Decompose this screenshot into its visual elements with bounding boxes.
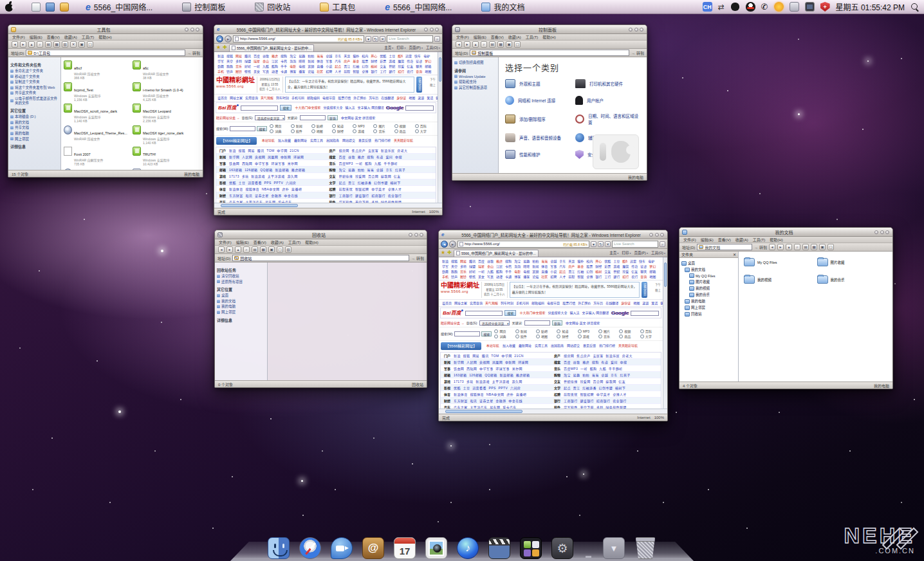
launcher-menu-icon[interactable] [60, 3, 69, 12]
dock-system-preferences[interactable]: ⚙ [551, 537, 573, 559]
table-row: 游戏 17173 多玩 新浪游戏 太平洋游戏 游久网 交友 世纪佳缘 珍爱网 百… [216, 173, 436, 179]
logo-row: 中國精彩網址www.5566.org 2008年1月25日 星期五 13:55 … [214, 75, 438, 95]
folders-button: ▤ [489, 41, 495, 48]
site-link: 房产 [344, 59, 350, 64]
nav-link: 笑话 [651, 300, 658, 306]
table-row: 新闻 新华网 人民网 央视网 凤凰网 中新网 环球网 搜索 百度 谷歌 雅虎 搜… [216, 154, 436, 160]
input-method-indicator[interactable]: CH [703, 2, 712, 12]
site-link: 电影 [514, 269, 521, 274]
window-browser-1[interactable]: e 5566_中国网络门户_精彩网址大全 - 最好的中文网址导航！网址之家 - … [214, 24, 443, 216]
window-my-documents[interactable]: 我的文档 文件(F)编辑(E)查看(V)收藏(A)工具(T)帮助(H) 地址(D… [679, 227, 893, 389]
menu-clock[interactable]: 星期五 01:55:42 PM [836, 1, 905, 12]
dock-ichat[interactable] [331, 537, 353, 559]
taskbar-item-browser-2[interactable]: e 5566_中国网络... [385, 1, 452, 12]
taskbar-item-control-panel[interactable]: 控制面板 [182, 1, 225, 12]
bright-star [798, 113, 800, 115]
spotlight-search-icon[interactable] [910, 3, 919, 11]
site-link: 查询 [640, 274, 647, 279]
pick-category-heading: 选择一个类别 [505, 61, 640, 73]
keyword-input [524, 320, 550, 326]
taskbar-item-browser-1[interactable]: e 5566_中国网络... [86, 1, 152, 12]
nav-link: 手机号码 [516, 300, 529, 306]
place-link: 桌面 [217, 293, 265, 298]
document-menu-icon[interactable] [32, 3, 41, 12]
dock-iphoto[interactable] [425, 537, 447, 559]
site-link: 百度 [254, 53, 260, 59]
go-button: → 转到 [411, 255, 424, 261]
taskbar-item-toolbox[interactable]: 工具包 [320, 1, 355, 12]
nav-link: 万年历 [593, 300, 603, 306]
window-browser-2[interactable]: e 5566_中国网络门户_精彩网址大全 - 最好的中文网址导航！网址之家 - … [438, 230, 668, 421]
site-link: 直播 [541, 269, 548, 274]
menu-item: 编辑(E) [474, 34, 486, 40]
dock-finder[interactable] [268, 537, 290, 559]
screen-tray-icon[interactable] [805, 2, 815, 12]
site-link: 易趣 [523, 259, 530, 264]
table-row: 汽车 汽车之家 太平洋汽车 易车网 爱卡汽车 软件 华军软件 天空下载 多特 绿… [441, 404, 661, 409]
place-link: 我的文档 [10, 120, 59, 125]
explorer-menu-icon[interactable] [46, 3, 55, 12]
apple-watermark [593, 134, 639, 169]
radio-option: 网页 [270, 124, 290, 129]
window-recycle-bin[interactable]: 回收站 文件(F)编辑(E)查看(V)收藏(A)工具(T)帮助(H) ◂ ▸ ▴… [214, 230, 427, 388]
tree-item: 网上邻居 [681, 305, 737, 310]
dock-trash[interactable] [634, 537, 656, 559]
site-link: 土豆 [389, 53, 395, 59]
browser-tab: 5566_中国网络门户_精彩网址大全 - 最好的中... [454, 250, 539, 257]
site-link: 前程 [344, 69, 350, 74]
display-tray-icon[interactable] [790, 2, 799, 12]
site-link: 好听 [469, 269, 476, 274]
window-toolbox[interactable]: 工具包 文件(F)编辑(E)查看(V)收藏(A)工具(T)帮助(H) ◂ ▸ ▴… [8, 24, 203, 178]
site-banner-button: 【5566精彩网址】 [441, 342, 481, 349]
toolbar: ◂ ▸ ▴ ⌕ ▤ ▦ ▧ ✕ ▣ ▢ [8, 41, 203, 49]
phone-tray-icon[interactable]: ✆ [761, 2, 768, 12]
baidu-input [241, 106, 278, 111]
dock-safari[interactable] [299, 537, 321, 559]
taskbar-item-recycle-bin[interactable]: 回收站 [255, 1, 290, 12]
search-link: 十大热门中文搜索 [295, 106, 320, 110]
site-link: 旺旺 [523, 264, 530, 269]
category-icon [575, 96, 583, 105]
nav-link: 实用查询 [470, 300, 483, 306]
site-link: 腾讯 [469, 259, 476, 264]
query-button: 查询 [328, 115, 338, 120]
apple-menu-icon[interactable] [5, 2, 14, 12]
folder-list: My QQ Files 图片收藏 我的视频 我的音乐 [739, 252, 892, 382]
dock-stack[interactable]: ▼ [603, 537, 625, 559]
table-row: 新闻 新华网 人民网 央视网 凤凰网 中新网 环球网 搜索 百度 谷歌 雅虎 搜… [441, 359, 661, 365]
black-apple-tray-icon[interactable] [730, 2, 740, 12]
site-link: 财经 [371, 59, 377, 64]
address-bar: 地址(D) 控制面板 → 转到 [452, 49, 647, 57]
dock-imovie[interactable] [488, 537, 510, 559]
network-status-icon[interactable]: ⇄ [718, 2, 725, 12]
place-link: 网上邻居 [217, 310, 265, 315]
dock-itunes[interactable]: ♪ [457, 537, 479, 559]
dock-ical[interactable]: 17 [394, 537, 416, 559]
title-bar: e 5566_中国网络门户_精彩网址大全 - 最好的中文网址导航！网址之家 - … [214, 25, 442, 34]
radio-option: MP3 [578, 329, 598, 334]
taskbar-item-my-documents[interactable]: 我的文档 [481, 1, 524, 12]
dock-widgets[interactable] [520, 537, 542, 559]
nav-link: 设首页 [442, 300, 452, 306]
more-search-link: 中文网址·英文·拼音搜索 [566, 321, 600, 326]
security-shield-icon[interactable] [820, 2, 830, 12]
qq-messenger-icon[interactable] [746, 2, 755, 12]
site-search-input [454, 331, 480, 336]
menu-item: 帮助(H) [770, 237, 782, 243]
site-link: 宽频 [532, 269, 539, 274]
folders-button: ▤ [252, 246, 258, 253]
site-link: 天涯 [344, 53, 350, 59]
site-link: 音乐 [460, 269, 467, 274]
radio-option: 商品 [619, 334, 640, 339]
menu-item: 工具(T) [82, 34, 95, 40]
site-link: 银行 [371, 69, 377, 74]
control-panel-category: 用户帐户 [575, 96, 640, 105]
folder-icon [744, 258, 755, 266]
command-bar-item: 打印 [622, 250, 631, 255]
toolbar-button: ▣ [819, 244, 826, 250]
vertical-scrollbar [663, 257, 667, 409]
dock-address-book[interactable]: @ [362, 537, 384, 559]
window-control-panel[interactable]: 控制面板 文件(F)编辑(E)查看(V)收藏(A)工具(T)帮助(H) ◂ ▸ … [452, 24, 647, 181]
alert-tray-icon[interactable] [774, 2, 784, 12]
site-link: 直播 [317, 64, 323, 69]
